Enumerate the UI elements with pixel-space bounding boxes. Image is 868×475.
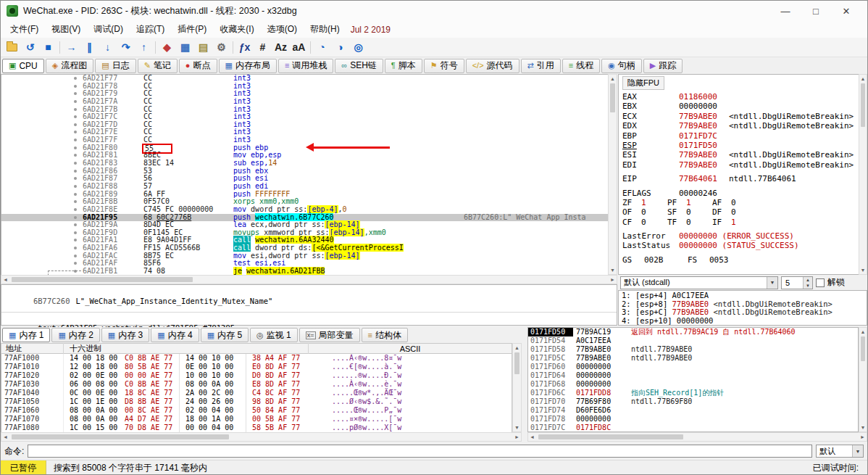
breakpoint-gutter[interactable] bbox=[1, 128, 83, 136]
step-over-button[interactable]: ↷ bbox=[117, 39, 135, 56]
tab-locals[interactable]: x=局部变量 bbox=[299, 328, 360, 342]
hash-button[interactable]: # bbox=[254, 39, 272, 56]
registers-vscrollbar[interactable]: ▲ ▼ bbox=[859, 74, 867, 275]
scroll-up-icon[interactable]: ▲ bbox=[859, 328, 867, 336]
scroll-down-icon[interactable]: ▼ bbox=[609, 266, 617, 274]
breakpoint-gutter[interactable] bbox=[1, 121, 83, 129]
tab-dump-3[interactable]: ▦内存 3 bbox=[101, 328, 149, 342]
breakpoint-gutter[interactable] bbox=[1, 144, 83, 152]
scroll-down-icon[interactable]: ▼ bbox=[859, 266, 867, 274]
disasm-row[interactable]: 6AD21F8EC745 FC 00000000mov dword ptr ss… bbox=[1, 206, 608, 214]
breakpoint-gutter[interactable] bbox=[1, 168, 83, 175]
scroll-thumb[interactable] bbox=[514, 352, 519, 374]
scroll-thumb[interactable] bbox=[12, 434, 229, 439]
breakpoint-gutter[interactable] bbox=[1, 191, 83, 199]
stack-pane[interactable]: 0171FD5077B9AC19返回到 ntdll.77B9AC19 自 ntd… bbox=[527, 327, 859, 432]
stack-row[interactable]: 0171FD54A0C17EEA bbox=[528, 336, 858, 345]
tab-breakpoints[interactable]: ●断点 bbox=[179, 59, 217, 73]
register-row[interactable]: LastError00000000 (ERROR_SUCCESS) bbox=[622, 231, 856, 241]
argument-row[interactable]: 4: [esp+10] 00000000 bbox=[622, 317, 864, 326]
dump-row[interactable]: 77AF103006 00 08 00C0 8B AE 7708 00 0A 0… bbox=[1, 380, 512, 389]
breakpoint-gutter[interactable] bbox=[1, 268, 83, 275]
scroll-left-icon[interactable]: ◄ bbox=[528, 433, 536, 441]
menu-item-help[interactable]: 帮助(H) bbox=[304, 21, 346, 38]
dump-row[interactable]: 77AF101012 00 18 0080 5B AE 770E 00 10 0… bbox=[1, 363, 512, 371]
scroll-thumb[interactable] bbox=[538, 434, 683, 439]
breakpoint-gutter[interactable] bbox=[1, 136, 83, 144]
breakpoint-gutter[interactable] bbox=[1, 83, 83, 91]
command-history-select[interactable]: 默认 ▼ bbox=[816, 445, 864, 458]
disassembly-hscrollbar[interactable]: ◄ ► bbox=[1, 275, 617, 284]
step-into-button[interactable]: ↓ bbox=[99, 39, 117, 56]
register-row[interactable]: EDI77B9ABE0<ntdll.DbgUiRemoteBreakin> bbox=[622, 160, 856, 170]
dump-pane[interactable]: 77AF100014 00 18 00C0 8B AE 7714 00 10 0… bbox=[1, 354, 512, 432]
args-count-spinner[interactable]: 5 ▲▼ bbox=[781, 276, 813, 289]
register-row[interactable]: ESI77B9ABE0<ntdll.DbgUiRemoteBreakin> bbox=[622, 150, 856, 160]
dump-row[interactable]: 77AF10400C 00 0E 0018 8C AE 772A 00 2C 0… bbox=[1, 389, 512, 397]
maximize-button[interactable]: □ bbox=[801, 1, 831, 20]
menu-item-options[interactable]: 选项(O) bbox=[261, 21, 304, 38]
breakpoint-gutter[interactable] bbox=[1, 175, 83, 183]
dump-row[interactable]: 77AF107008 00 0A 00A4 D7 AE 7718 00 1A 0… bbox=[1, 415, 512, 424]
stack-row[interactable]: 0171FD5077B9AC19返回到 ntdll.77B9AC19 自 ntd… bbox=[528, 328, 858, 336]
breakpoint-gutter[interactable] bbox=[1, 160, 83, 168]
stack-row[interactable]: 0171FD7800000000 bbox=[528, 415, 858, 424]
menu-item-view[interactable]: 视图(V) bbox=[45, 21, 87, 38]
tab-graph[interactable]: ◈流程图 bbox=[46, 59, 93, 73]
scroll-right-icon[interactable]: ► bbox=[513, 433, 521, 441]
stack-row[interactable]: 0171FD6000000000 bbox=[528, 363, 858, 371]
tab-trace[interactable]: ▶跟踪 bbox=[643, 59, 683, 73]
restart-button[interactable]: ↺ bbox=[21, 39, 39, 56]
tab-script[interactable]: ¶脚本 bbox=[385, 59, 422, 73]
arguments-pane[interactable]: 1: [esp+4] A0C17EEA2: [esp+8] 77B9ABE0 <… bbox=[618, 290, 867, 326]
tab-log[interactable]: ▤日志 bbox=[95, 59, 135, 73]
stack-hscrollbar[interactable]: ◄ ► bbox=[527, 432, 867, 442]
scroll-right-icon[interactable]: ► bbox=[609, 276, 617, 284]
case-button[interactable]: aA bbox=[290, 39, 308, 56]
chevron-down-icon[interactable]: ▼ bbox=[852, 445, 863, 457]
breakpoint-gutter[interactable] bbox=[1, 236, 83, 244]
tab-dump-5[interactable]: ▦内存 5 bbox=[201, 328, 249, 342]
execute-till-return-button[interactable]: ↑ bbox=[135, 39, 153, 56]
scroll-down-icon[interactable]: ▼ bbox=[513, 424, 521, 431]
open-file-button[interactable] bbox=[3, 39, 21, 56]
disasm-row[interactable]: 6AD21F7ACCint3 bbox=[1, 98, 608, 106]
run-button[interactable]: → bbox=[62, 39, 80, 56]
dump-hscrollbar[interactable]: ◄ ► bbox=[1, 432, 522, 442]
breakpoint-gutter[interactable] bbox=[1, 90, 83, 98]
tab-dump-1[interactable]: ▦内存 1 bbox=[2, 328, 50, 342]
hide-fpu-button[interactable]: 隐藏FPU bbox=[622, 76, 664, 90]
register-row[interactable]: ECX77B9ABE0<ntdll.DbgUiRemoteBreakin> bbox=[622, 112, 856, 121]
stack-vscrollbar[interactable]: ▲ ▼ bbox=[859, 327, 867, 432]
breakpoint-gutter[interactable] bbox=[1, 106, 83, 114]
tab-memory-map[interactable]: ▦内存布局 bbox=[219, 59, 277, 73]
scroll-thumb[interactable] bbox=[610, 83, 615, 112]
register-row[interactable]: EAX01186000 bbox=[622, 92, 856, 102]
register-row[interactable]: EDX77B9ABE0<ntdll.DbgUiRemoteBreakin> bbox=[622, 121, 856, 131]
minimize-button[interactable]: — bbox=[770, 1, 801, 20]
registers-pane[interactable]: 隐藏FPU EAX01186000EBX00000000ECX77B9ABE0<… bbox=[618, 74, 867, 275]
scroll-up-icon[interactable]: ▲ bbox=[609, 75, 617, 83]
az-button[interactable]: Az bbox=[272, 39, 290, 56]
tab-seh[interactable]: ∞SEH链 bbox=[335, 59, 383, 73]
disassembly-pane[interactable]: 6AD21F77CCint36AD21F78CCint36AD21F79CCin… bbox=[1, 74, 608, 275]
disassembly-vscrollbar[interactable]: ▲ ▼ bbox=[608, 74, 617, 275]
stack-row[interactable]: 0171FD7C0171FD8C bbox=[528, 424, 858, 432]
disasm-row[interactable]: 6AD21F8857push edi bbox=[1, 183, 608, 191]
breakpoint-gutter[interactable] bbox=[1, 206, 83, 214]
breakpoint-gutter[interactable] bbox=[1, 252, 83, 260]
tab-struct[interactable]: ≡结构体 bbox=[362, 328, 408, 342]
chevron-down-icon[interactable]: ▼ bbox=[767, 277, 777, 289]
breakpoint-gutter[interactable] bbox=[1, 214, 83, 222]
menu-item-debug[interactable]: 调试(D) bbox=[87, 21, 130, 38]
stack-row[interactable]: 0171FD7077B69F80ntdll.77B69F80 bbox=[528, 397, 858, 406]
tab-symbols[interactable]: ⚑符号 bbox=[424, 59, 464, 73]
dump-vscrollbar[interactable]: ▲ ▼ bbox=[512, 343, 522, 432]
settings-button[interactable]: ⚙ bbox=[212, 39, 230, 56]
scroll-thumb[interactable] bbox=[861, 83, 865, 127]
dump-row[interactable]: 77AF100014 00 18 00C0 8B AE 7714 00 10 0… bbox=[1, 354, 512, 363]
register-row[interactable]: EFLAGS00000246 bbox=[622, 189, 856, 198]
fx-button[interactable]: ƒx bbox=[235, 39, 254, 56]
breakpoint-gutter[interactable] bbox=[1, 260, 83, 268]
register-row[interactable]: EIP77B64061ntdll.77B64061 bbox=[622, 174, 856, 183]
